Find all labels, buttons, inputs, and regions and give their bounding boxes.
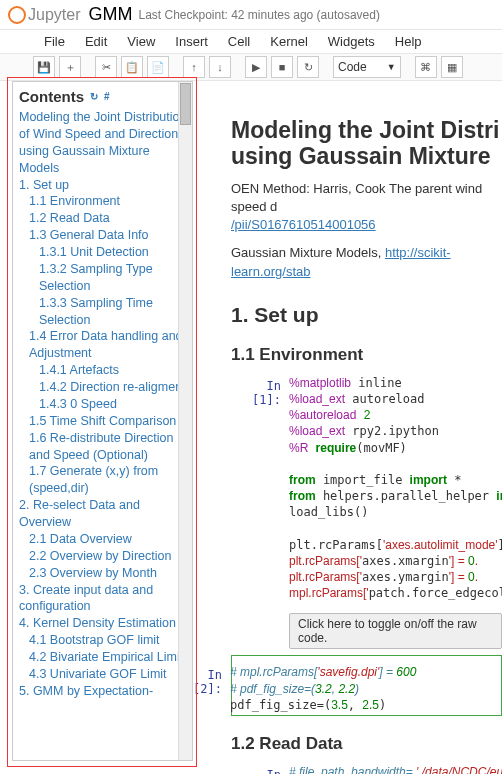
toc-title: Contents ↻ # [19,88,188,105]
toc-item[interactable]: Modeling the Joint Distribution of Wind … [19,109,188,177]
move-down-button[interactable]: ↓ [209,56,231,78]
jupyter-logo[interactable]: Jupyter [8,6,80,24]
toc-item[interactable]: 1. Set up [19,177,188,194]
toc-item[interactable]: 1.1 Environment [29,193,188,210]
prompt-1: In [1]: [231,375,289,602]
description-1: OEN Method: Harris, Cook The parent wind… [231,180,502,235]
stop-button[interactable]: ■ [271,56,293,78]
chevron-down-icon: ▼ [387,62,396,72]
doi-link[interactable]: /pii/S0167610514001056 [231,217,376,232]
toc-item[interactable]: 4.3 Univariate GOF Limit [29,666,188,683]
prompt-2: In [2]: [193,664,230,713]
toc-item[interactable]: 1.7 Generate (x,y) from (speed,dir) [29,463,188,497]
toc-item[interactable]: 4.2 Bivariate Empirical Limit [29,649,188,666]
move-up-button[interactable]: ↑ [183,56,205,78]
toc-item[interactable]: 2. Re-select Data and Overview [19,497,188,531]
toc-item[interactable]: 1.3.2 Sampling Type Selection [39,261,188,295]
output-cell-1: Click here to toggle on/off the raw code… [231,607,502,649]
section-setup: 1. Set up [231,303,502,327]
toc-item[interactable]: 1.3.1 Unit Detection [39,244,188,261]
celltype-select[interactable]: Code ▼ [333,56,401,78]
toc-item[interactable]: 4.1 Bootstrap GOF limit [29,632,188,649]
code-1[interactable]: %matplotlib inline %load_ext autoreload … [289,375,502,602]
toc-item[interactable]: 1.6 Re-distribute Direction and Speed (O… [29,430,188,464]
toc-list: Modeling the Joint Distribution of Wind … [19,109,188,700]
toc-item[interactable]: 1.3 General Data Info [29,227,188,244]
toc-refresh-icon[interactable]: ↻ [90,91,98,102]
page-title: Modeling the Joint Distriusing Gaussain … [231,117,502,170]
toc-item[interactable]: 1.2 Read Data [29,210,188,227]
run-button[interactable]: ▶ [245,56,267,78]
menu-file[interactable]: File [44,34,65,49]
toc-item[interactable]: 1.4.2 Direction re-aligment [39,379,188,396]
prompt-3: In [3]: [231,764,289,774]
toc-item[interactable]: 2.3 Overview by Month [29,565,188,582]
copy-button[interactable]: 📋 [121,56,143,78]
toc-item[interactable]: 1.4.3 0 Speed [39,396,188,413]
scrollbar[interactable] [178,82,192,760]
code-cell-2-selected[interactable]: In [2]: # mpl.rcParams['savefig.dpi'] = … [231,655,502,716]
section-env: 1.1 Environment [231,345,502,365]
menu-cell[interactable]: Cell [228,34,250,49]
code-3[interactable]: # file_path, bandwidth= './data/NCDC/eur… [289,764,502,774]
menu-kernel[interactable]: Kernel [270,34,308,49]
code-cell-3[interactable]: In [3]: # file_path, bandwidth= './data/… [231,764,502,774]
description-2: Gaussian Mixture Models, http://scikit-l… [231,244,502,280]
scrollbar-thumb[interactable] [180,83,191,125]
section-read: 1.2 Read Data [231,734,502,754]
code-2[interactable]: # mpl.rcParams['savefig.dpi'] = 600 # pd… [230,664,501,713]
cut-button[interactable]: ✂ [95,56,117,78]
toc-panel: Contents ↻ # Modeling the Joint Distribu… [12,81,193,761]
menubar: File Edit View Insert Cell Kernel Widget… [0,30,502,54]
paste-button[interactable]: 📄 [147,56,169,78]
menu-widgets[interactable]: Widgets [328,34,375,49]
menu-insert[interactable]: Insert [175,34,208,49]
menu-edit[interactable]: Edit [85,34,107,49]
toc-item[interactable]: 5. GMM by Expectation- [19,683,188,700]
toc-item[interactable]: 1.4 Error Data handling and Adjustment [29,328,188,362]
jupyter-icon [8,6,26,24]
toolbar: 💾 ＋ ✂ 📋 📄 ↑ ↓ ▶ ■ ↻ Code ▼ ⌘ ▦ [0,54,502,81]
toc-item[interactable]: 4. Kernel Density Estimation [19,615,188,632]
notebook-area: Modeling the Joint Distriusing Gaussain … [193,81,502,774]
notebook-name[interactable]: GMM [88,4,132,25]
command-palette-button[interactable]: ⌘ [415,56,437,78]
menu-help[interactable]: Help [395,34,422,49]
checkpoint-status: Last Checkpoint: 42 minutes ago (autosav… [138,8,379,22]
save-button[interactable]: 💾 [33,56,55,78]
logo-text: Jupyter [28,6,80,24]
menu-view[interactable]: View [127,34,155,49]
toc-item[interactable]: 2.2 Overview by Direction [29,548,188,565]
toc-item[interactable]: 2.1 Data Overview [29,531,188,548]
restart-button[interactable]: ↻ [297,56,319,78]
toc-item[interactable]: 1.3.3 Sampling Time Selection [39,295,188,329]
toc-item[interactable]: 1.4.1 Artefacts [39,362,188,379]
toc-number-icon[interactable]: # [104,91,110,102]
toggle-code-button[interactable]: Click here to toggle on/off the raw code… [289,613,502,649]
add-cell-button[interactable]: ＋ [59,56,81,78]
code-cell-1[interactable]: In [1]: %matplotlib inline %load_ext aut… [231,375,502,602]
toc-item[interactable]: 3. Create input data and configuration [19,582,188,616]
celltype-label: Code [338,60,367,74]
toc-title-text: Contents [19,88,84,105]
cell-toolbar-button[interactable]: ▦ [441,56,463,78]
toc-item[interactable]: 1.5 Time Shift Comparison [29,413,188,430]
